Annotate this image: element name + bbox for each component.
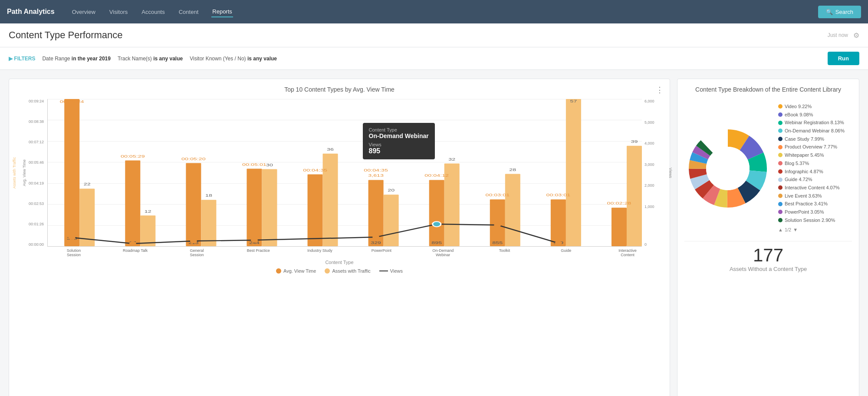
svg-text:00:05:20: 00:05:20 [181,156,206,161]
svg-rect-1 [79,188,95,246]
search-icon: 🔍 [826,9,833,15]
svg-rect-16 [262,169,277,246]
filters-toggle[interactable]: ▶ FILTERS [9,56,35,62]
svg-rect-24 [368,180,384,246]
nav-reports[interactable]: Reports [211,7,233,17]
svg-rect-45 [612,208,627,246]
run-button[interactable]: Run [828,52,859,65]
svg-text:20: 20 [388,188,395,193]
svg-text:00:04:35: 00:04:35 [303,168,327,172]
svg-text:28: 28 [509,167,516,172]
legend-webinar-reg: Webinar Registration 8.13% [778,119,845,127]
legend-guide: Guide 4.72% [778,175,845,184]
svg-rect-5 [125,161,140,246]
svg-text:12: 12 [145,209,151,214]
nav-overview[interactable]: Overview [71,7,96,17]
svg-text:00:03:01: 00:03:01 [546,193,571,198]
main-content: Top 10 Content Types by Avg. View Time ⋮… [0,70,868,396]
tooltip-views-value: 895 [369,147,429,155]
y-tick-left-7: 00:01:26 [29,222,44,226]
page-header-right: Just now ⚙ [828,31,859,40]
legend-views-line [379,271,388,271]
svg-rect-41 [566,99,581,246]
svg-rect-6 [140,215,155,246]
brand-logo: Path Analytics [7,8,55,16]
svg-rect-0 [64,99,79,246]
page-arrow-next[interactable]: ▼ [793,226,798,234]
svg-text:895: 895 [431,241,442,245]
svg-rect-20 [308,174,323,246]
y-axis-right-title: Views [668,168,673,178]
x-axis-labels: SolutionSession Roadmap Talk GeneralSess… [16,247,663,257]
y-tick-left-3: 00:07:12 [29,140,44,144]
svg-text:00:05:29: 00:05:29 [121,154,145,158]
chart-legend: Avg. View Time Assets with Traffic Views [16,268,663,274]
svg-text:244: 244 [249,241,260,245]
page-header: Content Type Performance Just now ⚙ [0,23,868,47]
donut-area: Video 9.22% eBook 9.08% Webinar Registra… [684,102,852,234]
legend-avg-view-time: Avg. View Time [276,268,316,274]
y-tick-left-8: 00:00:00 [29,242,44,247]
svg-text:00:04:12: 00:04:12 [424,173,449,178]
legend-interactive: Interactive Content 4.07% [778,184,845,192]
settings-icon[interactable]: ⚙ [853,31,859,40]
page-indicator: 1/2 [785,226,791,234]
legend-avg-dot [276,268,281,274]
svg-text:57: 57 [570,99,577,103]
y-axis-left-title2: Assets with Traffic [12,157,16,188]
donut-chart-title: Content Type Breakdown of the Entire Con… [695,86,841,93]
svg-point-73 [706,147,750,190]
svg-text:329: 329 [371,241,381,245]
x-label-5: PowerPoint [351,248,412,257]
x-label-3: Best Practice [227,248,289,257]
search-button[interactable]: 🔍 Search [818,6,861,18]
tooltip-content-type-value: On-Demand Webinar [369,132,429,139]
svg-text:32: 32 [448,157,455,162]
legend-ondemand: On-Demand Webinar 8.06% [778,127,845,135]
nav-visitors[interactable]: Visitors [108,7,128,17]
donut-svg [684,125,771,212]
filters-date-range: Date Range in the year 2019 [42,56,110,62]
svg-rect-25 [384,195,399,246]
chart-menu-icon[interactable]: ⋮ [656,85,664,95]
legend-assets: Assets with Traffic [325,268,370,274]
legend-video: Video 9.22% [778,102,845,111]
legend-ebook: eBook 9.08% [778,111,845,119]
svg-rect-46 [627,146,642,246]
y-tick-left-4: 00:05:46 [29,160,44,165]
svg-rect-15 [247,169,262,246]
legend-product-overview: Product Overview 7.77% [778,143,845,151]
svg-text:3,613: 3,613 [368,173,384,178]
svg-text:00:04:35: 00:04:35 [364,168,388,173]
x-axis-title: Content Type [16,260,663,265]
x-label-1: Roadmap Talk [105,248,166,257]
svg-rect-30 [429,180,444,246]
legend-infographic: Infographic 4.87% [778,168,845,176]
x-label-0: SolutionSession [43,248,105,257]
y-tick-left-6: 00:02:53 [29,201,44,206]
donut-pagination[interactable]: ▲ 1/2 ▼ [778,226,845,234]
svg-text:305: 305 [67,236,77,241]
legend-best-practice: Best Practice 3.41% [778,200,845,208]
stat-number: 177 [753,245,783,266]
svg-rect-40 [551,199,566,246]
x-label-7: Toolkit [474,248,536,257]
nav-content[interactable]: Content [178,7,200,17]
svg-text:855: 855 [492,241,503,245]
nav-accounts[interactable]: Accounts [141,7,165,17]
legend-whitepaper: Whitepaper 5.45% [778,151,845,159]
y-tick-left-2: 00:08:38 [29,119,44,124]
x-label-6: On-DemandWebinar [412,248,474,257]
svg-rect-11 [201,200,216,246]
svg-rect-10 [186,163,201,246]
y-axis-left-title: Avg. View Time [22,159,26,186]
x-label-8: Guide [535,248,597,257]
page-arrow-prev[interactable]: ▲ [778,226,783,234]
svg-text:00:02:28: 00:02:28 [607,201,631,206]
svg-text:00:03:01: 00:03:01 [485,193,510,198]
y-axis-left: 00:09:24 00:08:38 00:07:12 00:05:46 00:0… [20,99,47,247]
chart-tooltip: Content Type On-Demand Webinar Views 895 [363,123,435,159]
svg-text:36: 36 [327,147,334,152]
page-title: Content Type Performance [9,30,123,41]
legend-assets-dot [325,268,330,274]
